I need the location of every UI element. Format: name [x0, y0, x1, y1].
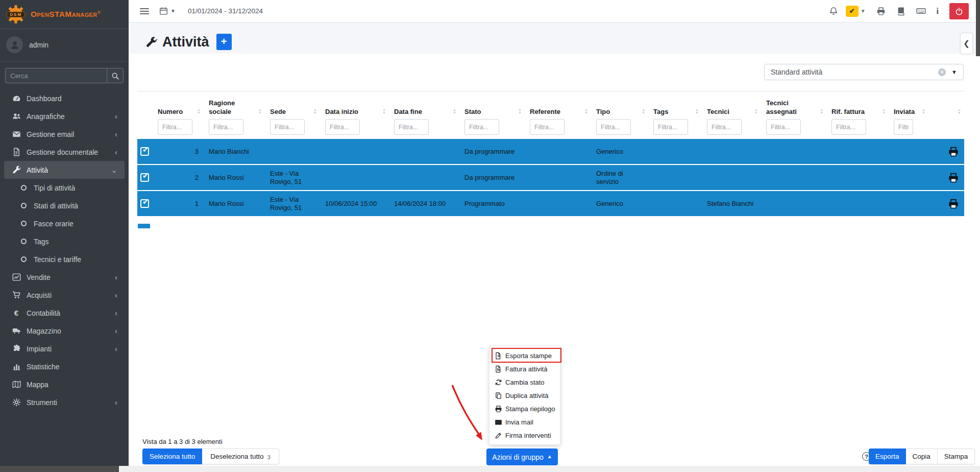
sort-icon[interactable]: ▲▼ — [754, 108, 758, 116]
sort-icon[interactable]: ▲▼ — [922, 108, 925, 116]
menu-item-duplica-attivita[interactable]: Duplica attività — [489, 389, 560, 402]
sidebar-item-stati-di-attivita[interactable]: Stati di attività — [4, 197, 125, 215]
sidebar-item-contabilita[interactable]: €Contabilità‹ — [4, 304, 125, 322]
sidebar-item-attivita[interactable]: Attività⌄ — [4, 161, 125, 179]
filter-input-referente[interactable] — [530, 119, 565, 135]
menu-item-cambia-stato[interactable]: Cambia stato — [489, 375, 560, 389]
sort-icon[interactable]: ▲▼ — [313, 108, 317, 116]
sort-icon[interactable]: ▲▼ — [197, 108, 201, 116]
search-button[interactable] — [107, 68, 124, 83]
row-checkbox-checked[interactable] — [140, 173, 149, 182]
sort-icon[interactable]: ▲▼ — [382, 108, 386, 116]
collapse-panel-button[interactable]: ❮ — [960, 33, 973, 54]
print-icon[interactable] — [876, 7, 886, 16]
sort-icon[interactable]: ▲▼ — [584, 108, 588, 116]
sidebar-item-statistiche[interactable]: Statistiche — [4, 358, 125, 375]
copy-button[interactable]: Copia — [906, 449, 938, 464]
menu-item-esporta-stampe[interactable]: Esporta stampe — [489, 349, 560, 362]
select-all-button[interactable]: Seleziona tutto — [142, 449, 202, 464]
column-header-ragione_sociale[interactable]: Ragione sociale▲▼ — [204, 96, 265, 135]
row-checkbox-checked[interactable] — [140, 199, 149, 208]
table-row[interactable]: 3Mario BianchiDa programmareGenerico — [137, 138, 964, 164]
filter-input-data_fine[interactable] — [394, 119, 429, 135]
filter-input-stato[interactable] — [464, 119, 499, 135]
sidebar-item-tags[interactable]: Tags — [4, 232, 125, 250]
sidebar-item-anagrafiche[interactable]: Anagrafiche‹ — [4, 107, 125, 125]
print-row-button[interactable] — [948, 198, 959, 209]
menu-item-stampa-riepilogo[interactable]: Stampa riepilogo — [489, 402, 560, 415]
row-checkbox-checked[interactable] — [140, 147, 149, 156]
sidebar-item-gestione-documentale[interactable]: Gestione documentale‹ — [4, 143, 125, 161]
sidebar-item-strumenti[interactable]: Strumenti‹ — [4, 393, 125, 411]
sort-icon[interactable]: ▲▼ — [882, 108, 886, 116]
sort-icon[interactable]: ▲▼ — [518, 108, 522, 116]
filter-input-rif_fattura[interactable] — [831, 119, 866, 135]
export-button[interactable]: Esporta — [869, 449, 906, 464]
hamburger-icon[interactable] — [140, 7, 149, 16]
menu-item-fattura-attivita[interactable]: Fattura attività — [489, 362, 560, 375]
column-header-tecnici_assegnati[interactable]: Tecnici assegnati▲▼ — [761, 96, 826, 135]
book-icon[interactable] — [896, 7, 905, 16]
column-header-sede[interactable]: Sede▲▼ — [265, 96, 320, 135]
print-row-button[interactable] — [948, 172, 959, 183]
filter-input-tipo[interactable] — [596, 119, 631, 135]
sidebar-item-impianti[interactable]: Impianti‹ — [4, 340, 125, 358]
info-icon[interactable]: i — [937, 7, 939, 16]
column-header-numero[interactable]: Numero▲▼ — [153, 96, 204, 135]
user-name[interactable]: admin — [29, 41, 48, 49]
column-header-stato[interactable]: Stato▲▼ — [459, 96, 525, 135]
column-header-data_fine[interactable]: Data fine▲▼ — [389, 96, 459, 135]
column-header-tags[interactable]: Tags▲▼ — [648, 96, 702, 135]
clear-icon[interactable]: ✕ — [938, 68, 946, 76]
sidebar-item-acquisti[interactable]: Acquisti‹ — [4, 286, 125, 304]
filter-input-tags[interactable] — [653, 119, 688, 135]
sidebar-item-gestione-email[interactable]: Gestione email‹ — [4, 125, 125, 143]
filter-input-tecnici_assegnati[interactable] — [766, 119, 801, 135]
column-header-rif_fattura[interactable]: Rif. fattura▲▼ — [826, 96, 889, 135]
filter-input-tecnici[interactable] — [707, 119, 742, 135]
table-row[interactable]: 2Mario RossiEste - Via Rovigo, 51Da prog… — [137, 164, 964, 190]
power-button[interactable] — [949, 3, 969, 19]
add-activity-button[interactable]: + — [216, 34, 232, 50]
menu-item-firma-interventi[interactable]: Firma interventi — [489, 429, 560, 442]
menu-item-invia-mail[interactable]: Invia mail — [489, 415, 560, 429]
vertical-scrollbar[interactable] — [976, 0, 980, 56]
column-header-tipo[interactable]: Tipo▲▼ — [591, 96, 648, 135]
column-header-inviata[interactable]: Inviata▲▼ — [889, 96, 928, 135]
sidebar-item-tecnici-e-tariffe[interactable]: Tecnici e tariffe — [4, 250, 125, 268]
table-row[interactable]: 1Mario RossiEste - Via Rovigo, 5110/06/2… — [137, 190, 964, 216]
filter-input-ragione_sociale[interactable] — [209, 119, 243, 135]
sort-icon[interactable]: ▲▼ — [258, 108, 262, 116]
print-row-button[interactable] — [948, 146, 959, 157]
sort-icon[interactable]: ▲▼ — [820, 108, 823, 116]
column-header-data_inizio[interactable]: Data inizio▲▼ — [320, 96, 389, 135]
filter-input-data_inizio[interactable] — [325, 119, 360, 135]
brand[interactable]: OSM OpenSTAManager® — [0, 0, 129, 29]
todo-toggle[interactable]: ✔ ▼ — [846, 6, 866, 17]
filter-input-numero[interactable] — [158, 119, 192, 135]
sidebar-item-mappa[interactable]: Mappa — [4, 375, 125, 393]
sort-icon[interactable]: ▲▼ — [958, 108, 961, 116]
sidebar-item-tipi-di-attivita[interactable]: Tipi di attività — [4, 179, 125, 197]
sidebar-item-vendite[interactable]: Vendite‹ — [4, 268, 125, 286]
sort-icon[interactable]: ▲▼ — [453, 108, 456, 116]
horizontal-scrollbar[interactable] — [0, 466, 980, 472]
print-button[interactable]: Stampa — [938, 449, 975, 464]
sort-icon[interactable]: ▲▼ — [695, 108, 699, 116]
keyboard-icon[interactable] — [916, 6, 926, 16]
plugin-select[interactable]: Standard attività ✕ ▼ — [764, 64, 964, 80]
sidebar-item-dashboard[interactable]: Dashboard — [4, 89, 125, 107]
column-header-tecnici[interactable]: Tecnici▲▼ — [702, 96, 761, 135]
column-header-print[interactable]: ▲▼ — [928, 96, 964, 135]
group-actions-button[interactable]: Azioni di gruppo▲ — [486, 449, 558, 465]
filter-input-sede[interactable] — [270, 119, 305, 135]
sort-icon[interactable]: ▲▼ — [642, 108, 645, 116]
filter-input-inviata[interactable] — [894, 119, 913, 135]
calendar-picker[interactable]: ▼ — [159, 7, 176, 15]
sidebar-item-fasce-orarie[interactable]: Fasce orarie — [4, 215, 125, 232]
bell-icon[interactable] — [829, 7, 838, 16]
deselect-all-button[interactable]: Deseleziona tutto 3 — [202, 449, 279, 464]
column-header-referente[interactable]: Referente▲▼ — [525, 96, 591, 135]
sidebar-item-magazzino[interactable]: Magazzino‹ — [4, 322, 125, 340]
search-input[interactable] — [5, 68, 107, 83]
